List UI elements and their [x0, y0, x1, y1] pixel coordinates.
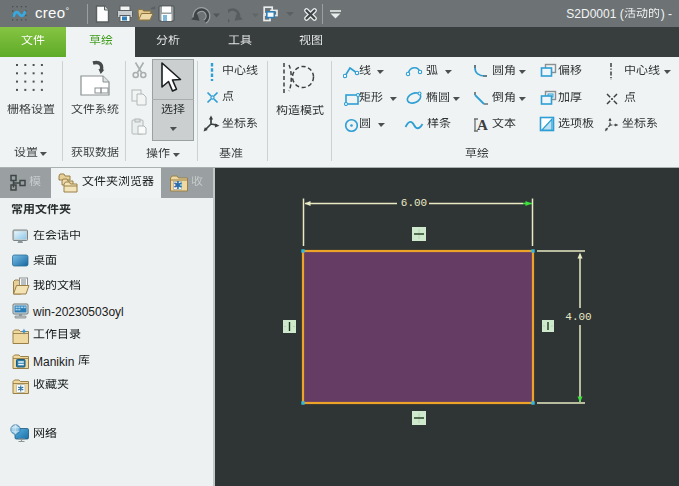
svg-text:✱: ✱ — [173, 179, 182, 191]
svg-text:6.00: 6.00 — [401, 197, 427, 209]
svg-text:4.00: 4.00 — [565, 311, 591, 323]
svg-text:A: A — [477, 117, 488, 133]
